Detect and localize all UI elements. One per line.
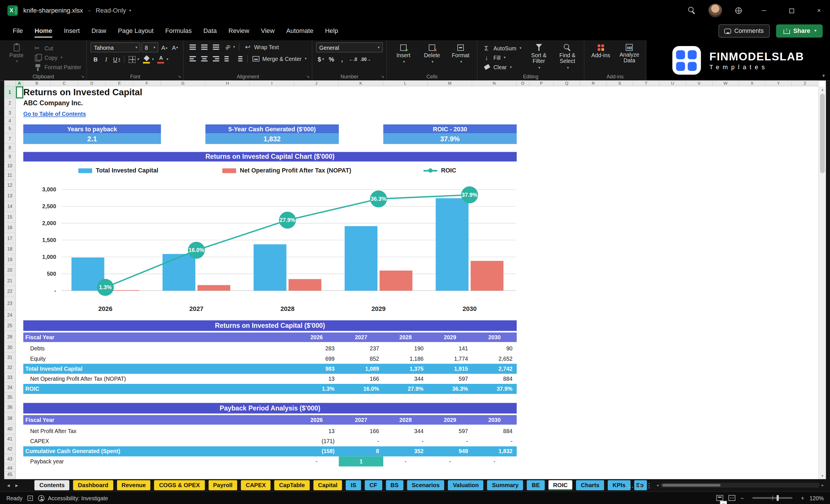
row-header-30[interactable]: 30 [4,343,15,353]
column-header-O[interactable]: O [517,81,530,86]
delete-cells-button[interactable]: Delete▾ [419,42,445,65]
cell-value[interactable]: 8 [339,446,383,456]
row-header-2[interactable]: 2 [4,98,15,108]
sheet-tab-cogs-opex[interactable]: COGS & OPEX [154,480,205,490]
horizontal-scrollbar[interactable]: ◂ ▸ [657,483,824,488]
menu-view[interactable]: View [256,23,280,38]
column-header-W[interactable]: W [712,81,739,86]
cell-value[interactable]: 2,652 [472,353,516,364]
find-select-button[interactable]: Find & Select▾ [555,42,580,70]
increase-decimal-button[interactable]: ←.0 [348,55,358,64]
sheet-tab-capex[interactable]: CAPEX [241,480,270,490]
cut-button[interactable]: Cut [32,43,83,52]
menu-page-layout[interactable]: Page Layout [113,23,159,38]
minimize-button[interactable]: ─ [753,0,775,21]
sheet-options-button[interactable]: ⋮ [646,481,652,489]
row-header-25[interactable]: 25 [4,320,15,331]
cell-value[interactable]: 352 [383,446,427,456]
cell-value[interactable]: 1,774 [428,353,472,364]
new-sheet-button[interactable]: + [638,481,641,489]
column-header-I[interactable]: I [250,81,294,86]
column-header-M[interactable]: M [428,81,472,86]
column-header-H[interactable]: H [205,81,250,86]
column-header-R[interactable]: R [580,81,607,86]
cell-value[interactable]: - [428,436,472,446]
increase-font-button[interactable]: A▴ [160,43,169,52]
analyze-data-button[interactable]: Analyze Data [617,42,642,63]
cell-value[interactable]: 190 [383,344,427,353]
bold-button[interactable]: B [91,55,100,64]
row-header-31[interactable]: 31 [4,353,15,363]
cell-value[interactable]: 344 [383,426,427,436]
cell-value[interactable]: 699 [294,353,339,364]
column-header-A[interactable]: A [16,81,24,86]
row-header-4[interactable]: 4 [4,118,15,124]
cell-value[interactable]: - [294,456,339,467]
row-header-11[interactable]: 11 [4,170,15,180]
column-header-T[interactable]: T [633,81,660,86]
sheet-tab-scenarios[interactable]: Scenarios [407,480,444,490]
column-header-V[interactable]: V [686,81,713,86]
zoom-slider[interactable] [752,497,793,499]
row-header-3[interactable]: 3 [4,108,15,117]
cell-value[interactable]: 597 [428,374,472,384]
italic-button[interactable]: I [101,55,111,64]
cell-value[interactable]: 597 [428,426,472,436]
row-header-38[interactable]: 38 [4,412,15,424]
table-of-contents-link[interactable]: Go to Table of Contents [23,111,86,117]
font-color-button[interactable]: ▾ [156,55,169,64]
cell-value[interactable]: (158) [294,446,339,456]
sheet-tab-payroll[interactable]: Payroll [208,480,237,490]
column-header-U[interactable]: U [660,81,686,86]
cell-value[interactable]: 13 [294,374,339,384]
menu-insert[interactable]: Insert [59,23,85,38]
sheet-tab-cf[interactable]: CF [365,480,382,490]
share-button[interactable]: Share▾ [776,24,823,37]
increase-indent-button[interactable] [234,54,245,63]
sort-filter-button[interactable]: Sort & Filter▾ [526,42,552,70]
menu-home[interactable]: Home [29,23,58,38]
cell-value[interactable]: 1,375 [383,364,427,374]
row-header-42[interactable]: 42 [4,444,15,454]
cell-value[interactable]: 166 [339,374,383,384]
cell-value[interactable]: - [472,456,516,467]
row-header-41[interactable]: 41 [4,434,15,444]
cell-value[interactable]: 949 [428,446,472,456]
menu-help[interactable]: Help [320,23,344,38]
row-header-15[interactable]: 15 [4,212,15,222]
macro-record-icon[interactable] [28,496,33,501]
underline-button[interactable]: U▾ [112,55,121,64]
cell-value[interactable]: - [339,436,383,446]
zoom-level[interactable]: 120% [809,495,824,501]
column-header-X[interactable]: X [739,81,766,86]
fill-button[interactable]: Fill▾ [481,53,523,62]
cell-value[interactable]: 2,742 [472,364,516,374]
align-right-button[interactable] [211,54,222,63]
more-sheets-button[interactable]: … [627,481,634,489]
sheet-tab-kpis[interactable]: KPIs [608,480,630,490]
number-dialog-launcher[interactable]: ↘ [381,74,384,79]
row-header-12[interactable]: 12 [4,180,15,190]
column-header-F[interactable]: F [133,81,161,86]
borders-button[interactable]: ▾ [127,55,140,64]
number-format-select[interactable]: General▾ [316,42,383,52]
horizontal-scroll-track[interactable] [661,483,820,488]
sheet-tab-valuation[interactable]: Valuation [448,480,484,490]
menu-draw[interactable]: Draw [86,23,111,38]
alignment-dialog-launcher[interactable]: ↘ [306,74,310,79]
row-header-35[interactable]: 35 [4,393,15,402]
menu-data[interactable]: Data [198,23,222,38]
menu-automate[interactable]: Automate [281,23,319,38]
cell-value[interactable]: 237 [339,344,383,353]
sheet-nav-right-button[interactable]: ▸ [14,482,19,488]
font-size-select[interactable]: 8▾ [141,42,158,52]
row-header-21[interactable]: 21 [4,276,15,286]
percent-style-button[interactable]: % [327,55,336,64]
autosum-button[interactable]: AutoSum▾ [481,43,523,52]
cell-value[interactable]: 1,915 [428,364,472,374]
row-header-1[interactable]: 1 [4,86,15,99]
decrease-font-button[interactable]: A▾ [170,43,180,52]
cell-value[interactable]: 1,186 [383,353,427,364]
row-header-10[interactable]: 10 [4,162,15,170]
row-header-28[interactable]: 28 [4,331,15,343]
